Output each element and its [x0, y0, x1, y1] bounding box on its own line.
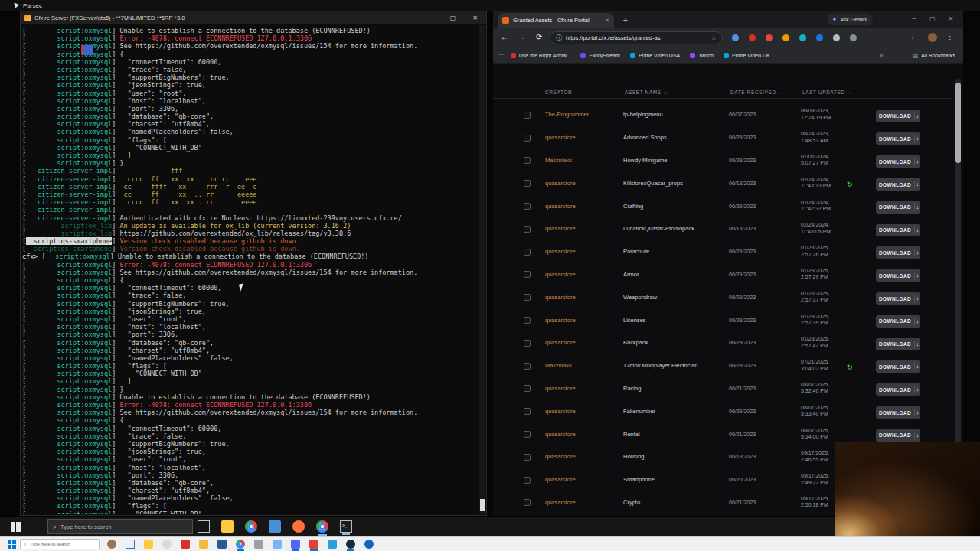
bookmark-item[interactable]: Use the Right Arrow... — [511, 53, 571, 58]
row-checkbox[interactable] — [524, 477, 531, 484]
creator-link[interactable]: Malizniakk — [537, 362, 617, 369]
row-checkbox[interactable] — [524, 499, 531, 506]
settings-icon[interactable] — [162, 540, 172, 549]
creator-link[interactable]: quasarstore — [537, 248, 617, 255]
creator-link[interactable]: Malizniakk — [537, 157, 617, 164]
new-tab-button[interactable]: + — [620, 15, 631, 25]
url-text[interactable]: https://portal.cfx.re/assets/granted-as — [566, 34, 707, 41]
extension-icon[interactable] — [850, 34, 857, 41]
download-button[interactable]: DOWNLOAD↓ — [876, 292, 920, 305]
firefox-icon[interactable] — [292, 520, 305, 533]
download-button[interactable]: DOWNLOAD↓ — [876, 132, 920, 145]
row-checkbox[interactable] — [524, 157, 531, 164]
photos-icon[interactable] — [273, 540, 282, 549]
extension-icon[interactable] — [833, 34, 840, 41]
steam-icon[interactable] — [346, 540, 355, 549]
row-checkbox[interactable] — [524, 112, 531, 119]
sort-icon[interactable]: ↑↓ — [663, 90, 668, 95]
creator-link[interactable]: quasarstore — [537, 180, 617, 187]
bookmark-item[interactable]: Prime Video USA — [630, 53, 680, 58]
column-header[interactable]: DATE RECEIVED ↑↓ — [723, 90, 795, 95]
ask-gemini-button[interactable]: ✦ Ask Gemini — [827, 14, 874, 25]
reload-icon[interactable]: ⟳ — [536, 33, 542, 41]
word-icon[interactable] — [217, 540, 227, 549]
row-checkbox[interactable] — [524, 203, 531, 210]
creator-link[interactable]: quasarstore — [537, 271, 617, 278]
column-header[interactable]: ASSET NAME ↑↓ — [617, 90, 723, 95]
row-checkbox[interactable] — [524, 431, 531, 438]
download-button[interactable]: DOWNLOAD↓ — [876, 224, 920, 236]
bookmarks-overflow-icon[interactable]: » — [880, 52, 883, 59]
extension-icon[interactable] — [766, 34, 773, 41]
browser-menu-icon[interactable]: ⋮ — [946, 32, 954, 41]
extension-icon[interactable] — [782, 34, 789, 41]
row-checkbox[interactable] — [524, 385, 531, 392]
minimize-icon[interactable]: ─ — [420, 11, 442, 24]
download-button[interactable]: DOWNLOAD↓ — [876, 246, 920, 259]
row-checkbox[interactable] — [524, 363, 531, 370]
console-scrollbar-thumb[interactable] — [480, 499, 485, 511]
creator-link[interactable]: quasarstore — [537, 453, 617, 460]
local-start-button[interactable] — [8, 540, 16, 549]
row-checkbox[interactable] — [524, 454, 531, 461]
download-button[interactable]: DOWNLOAD↓ — [876, 155, 920, 168]
creator-link[interactable]: quasarstore — [537, 317, 617, 324]
download-button[interactable]: DOWNLOAD↓ — [876, 429, 920, 442]
download-button[interactable]: DOWNLOAD↓ — [876, 315, 920, 328]
chrome-icon[interactable] — [245, 520, 257, 533]
vscode-icon[interactable] — [328, 540, 337, 549]
browser-tab[interactable]: Granted Assets - Cfx.re Portal ✕ — [498, 13, 614, 28]
address-bar[interactable]: ⓘ https://portal.cfx.re/assets/granted-a… — [550, 31, 723, 44]
console-output[interactable]: [script:oxmysql] Unable to establish a c… — [21, 25, 479, 514]
extension-icon[interactable] — [749, 34, 756, 41]
download-button[interactable]: DOWNLOAD↓ — [876, 269, 920, 282]
row-checkbox[interactable] — [524, 294, 531, 301]
back-icon[interactable]: ← — [501, 33, 508, 41]
apps-grid-icon[interactable]: ∷ — [499, 52, 505, 60]
browser-maximize-icon[interactable]: ▢ — [923, 13, 942, 25]
start-button[interactable] — [11, 522, 21, 532]
edge-icon[interactable] — [364, 540, 374, 549]
creator-link[interactable]: quasarstore — [537, 385, 617, 392]
photos-icon[interactable] — [269, 520, 281, 533]
extension-icon[interactable] — [732, 34, 739, 41]
parsec-titlebar[interactable]: Parsec — [0, 0, 980, 11]
creator-link[interactable]: quasarstore — [537, 225, 617, 232]
creator-link[interactable]: quasarstore — [537, 294, 617, 301]
close-icon[interactable]: ✕ — [464, 11, 486, 24]
creator-link[interactable]: quasarstore — [537, 408, 617, 415]
site-info-icon[interactable]: ⓘ — [556, 34, 562, 42]
creator-link[interactable]: The-Programmer — [537, 111, 617, 118]
creator-link[interactable]: quasarstore — [537, 339, 617, 346]
user-avatar-icon[interactable] — [107, 540, 116, 549]
browser-close-icon[interactable]: ✕ — [942, 13, 960, 25]
extension-icon[interactable] — [816, 34, 823, 41]
column-header[interactable]: LAST UPDATED ↑↓ — [795, 90, 847, 95]
creator-link[interactable]: quasarstore — [537, 476, 617, 483]
download-button[interactable]: DOWNLOAD↓ — [876, 110, 920, 122]
task-view-icon[interactable] — [126, 540, 135, 549]
creator-link[interactable]: quasarstore — [537, 134, 617, 141]
row-checkbox[interactable] — [524, 249, 531, 256]
download-button[interactable]: DOWNLOAD↓ — [876, 406, 920, 419]
console-titlebar[interactable]: Cfx.re Server (FXServer/gta5) - ^*7UNLIM… — [21, 11, 486, 24]
terminal-icon[interactable]: >_ — [340, 520, 352, 533]
creator-link[interactable]: quasarstore — [537, 499, 617, 506]
tab-close-icon[interactable]: ✕ — [605, 18, 609, 24]
row-checkbox[interactable] — [524, 180, 531, 187]
file-explorer-icon[interactable] — [144, 540, 153, 549]
file-explorer-icon[interactable] — [221, 520, 234, 533]
row-checkbox[interactable] — [524, 135, 531, 142]
all-bookmarks-button[interactable]: ▤ All Bookmarks — [913, 52, 956, 59]
pdf-icon[interactable] — [181, 540, 190, 549]
local-search-box[interactable]: ⌕ Type here to search — [20, 539, 100, 549]
forward-icon[interactable]: → — [518, 33, 525, 41]
row-checkbox[interactable] — [524, 340, 531, 347]
chrome-icon[interactable] — [236, 540, 245, 549]
extension-icon[interactable] — [799, 34, 806, 41]
bookmark-item[interactable]: Prime Video UK — [724, 53, 770, 58]
discord-icon[interactable] — [291, 540, 300, 549]
bookmark-item[interactable]: Twitch — [690, 53, 714, 58]
task-view-icon[interactable] — [198, 520, 210, 533]
maximize-icon[interactable]: ▢ — [442, 11, 464, 24]
